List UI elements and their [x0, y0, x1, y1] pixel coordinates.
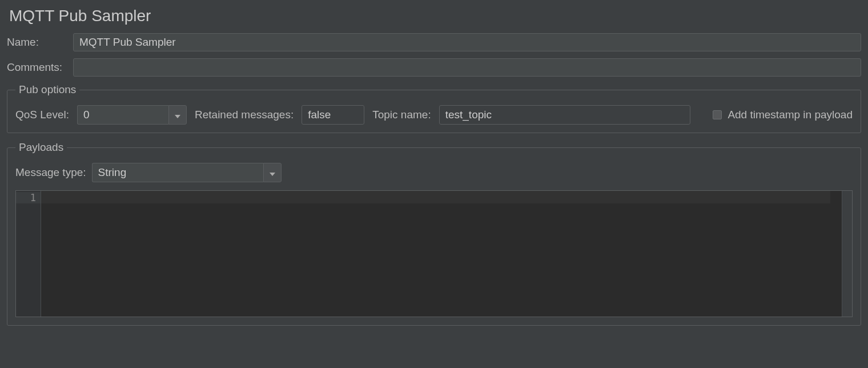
name-label: Name:	[7, 36, 73, 49]
editor-scrollbar[interactable]	[842, 191, 852, 317]
chevron-down-icon	[270, 167, 275, 179]
retained-input[interactable]	[302, 105, 364, 125]
chevron-down-icon	[175, 109, 180, 121]
name-input[interactable]	[73, 33, 861, 51]
message-type-dropdown-button[interactable]	[263, 163, 282, 182]
message-type-value[interactable]	[92, 163, 263, 182]
active-line-highlight	[41, 191, 830, 203]
payload-editor[interactable]: 1	[15, 190, 853, 317]
payloads-group: Payloads Message type: 1	[7, 141, 861, 326]
timestamp-checkbox[interactable]	[713, 110, 722, 119]
payloads-legend: Payloads	[15, 141, 67, 154]
editor-gutter: 1	[16, 191, 41, 317]
qos-value[interactable]	[77, 105, 168, 125]
pub-options-group: Pub options QoS Level: Retained messages…	[7, 83, 861, 133]
editor-text-area[interactable]	[41, 191, 842, 317]
topic-label: Topic name:	[372, 109, 431, 121]
timestamp-label: Add timestamp in payload	[728, 109, 853, 121]
qos-combo[interactable]	[77, 105, 187, 125]
line-number: 1	[16, 192, 41, 203]
comments-label: Comments:	[7, 61, 73, 74]
comments-input[interactable]	[73, 58, 861, 77]
pub-options-legend: Pub options	[15, 83, 79, 96]
qos-label: QoS Level:	[15, 109, 69, 121]
retained-label: Retained messages:	[195, 109, 294, 121]
message-type-label: Message type:	[15, 166, 86, 179]
message-type-combo[interactable]	[92, 163, 282, 182]
page-title: MQTT Pub Sampler	[9, 7, 861, 25]
qos-dropdown-button[interactable]	[168, 105, 187, 125]
topic-input[interactable]	[439, 105, 690, 125]
